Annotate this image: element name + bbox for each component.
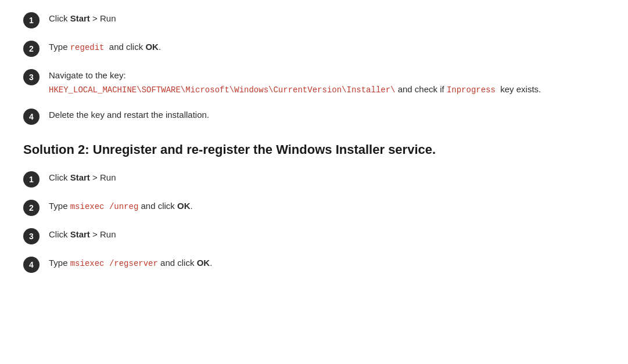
code-msiexec-unreg: msiexec /unreg (70, 202, 139, 211)
step-1-4: 4 Delete the key and restart the install… (23, 108, 605, 125)
bold-start: Start (70, 13, 90, 23)
solution2-heading: Solution 2: Unregister and re-register t… (23, 141, 605, 159)
step-badge-4: 4 (23, 109, 40, 125)
bold-ok-2: OK (177, 201, 191, 211)
step-content-1-4: Delete the key and restart the installat… (49, 108, 605, 122)
step-content-2-3: Click Start > Run (49, 228, 605, 242)
step-badge-1: 1 (23, 12, 40, 28)
step-2-1: 1 Click Start > Run (23, 171, 605, 188)
step-content-1-2: Type regedit and click OK. (49, 40, 605, 54)
code-inprogress: Inprogress (447, 85, 496, 95)
step-content-1-1: Click Start > Run (49, 12, 605, 26)
step-badge-2: 2 (23, 41, 40, 57)
step-badge-2-2: 2 (23, 200, 40, 216)
step-2-3: 3 Click Start > Run (23, 228, 605, 244)
step-badge-2-3: 3 (23, 228, 40, 244)
step-content-2-1: Click Start > Run (49, 171, 605, 185)
step-content-1-3: Navigate to the key: HKEY_LOCAL_MACHINE\… (49, 69, 605, 96)
step-1-2: 2 Type regedit and click OK. (23, 40, 605, 57)
step-2-2: 2 Type msiexec /unreg and click OK. (23, 199, 605, 216)
bold-start-2: Start (70, 172, 90, 182)
code-regedit: regedit (70, 43, 105, 52)
solution2-steps: 1 Click Start > Run 2 Type msiexec /unre… (23, 171, 605, 273)
code-msiexec-regserver: msiexec /regserver (70, 259, 158, 268)
bold-ok-3: OK (197, 258, 210, 268)
step-1-3: 3 Navigate to the key: HKEY_LOCAL_MACHIN… (23, 69, 605, 96)
bold-start-3: Start (70, 229, 90, 239)
step-badge-2-4: 4 (23, 257, 40, 273)
step-2-4: 4 Type msiexec /regserver and click OK. (23, 256, 605, 273)
step-badge-3: 3 (23, 69, 40, 85)
step-badge-2-1: 1 (23, 171, 40, 188)
solution1-steps: 1 Click Start > Run 2 Type regedit and c… (23, 12, 605, 125)
bold-ok-1: OK (145, 42, 159, 52)
code-registry-path: HKEY_LOCAL_MACHINE\SOFTWARE\Microsoft\Wi… (49, 85, 396, 95)
step-content-2-4: Type msiexec /regserver and click OK. (49, 256, 605, 270)
step-1-1: 1 Click Start > Run (23, 12, 605, 28)
step-content-2-2: Type msiexec /unreg and click OK. (49, 199, 605, 213)
